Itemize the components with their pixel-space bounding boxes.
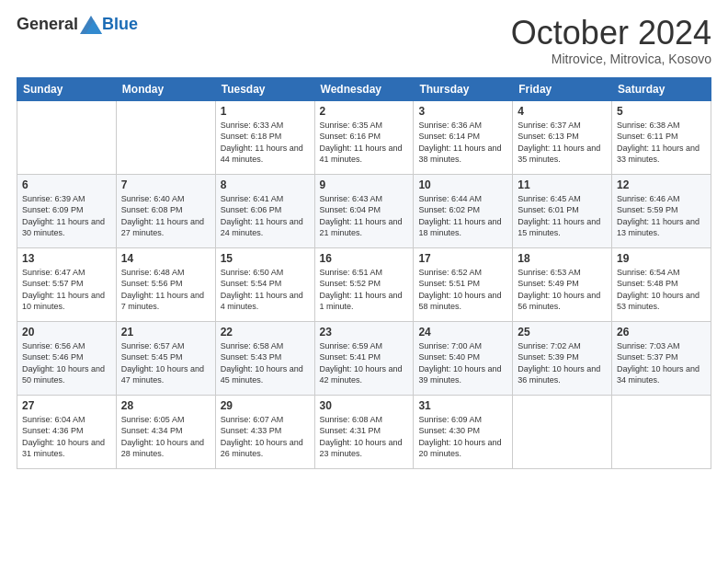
col-monday: Monday — [116, 77, 215, 100]
day-number: 15 — [221, 252, 310, 265]
week-row-4: 27Sunrise: 6:04 AMSunset: 4:36 PMDayligh… — [17, 395, 711, 468]
day-number: 3 — [418, 105, 507, 118]
day-info: Sunrise: 6:54 AMSunset: 5:48 PMDaylight:… — [617, 267, 706, 313]
week-row-0: 1Sunrise: 6:33 AMSunset: 6:18 PMDaylight… — [17, 100, 711, 174]
day-number: 2 — [320, 105, 409, 118]
table-row: 13Sunrise: 6:47 AMSunset: 5:57 PMDayligh… — [17, 247, 117, 321]
day-number: 13 — [22, 252, 111, 265]
table-row: 3Sunrise: 6:36 AMSunset: 6:14 PMDaylight… — [414, 100, 513, 174]
day-number: 10 — [418, 178, 507, 191]
logo-blue-text: Blue — [102, 15, 138, 34]
day-info: Sunrise: 6:04 AMSunset: 4:36 PMDaylight:… — [22, 414, 111, 460]
month-title: October 2024 — [511, 15, 711, 52]
day-number: 14 — [121, 252, 210, 265]
table-row: 10Sunrise: 6:44 AMSunset: 6:02 PMDayligh… — [414, 174, 513, 247]
table-row: 15Sunrise: 6:50 AMSunset: 5:54 PMDayligh… — [215, 247, 314, 321]
col-tuesday: Tuesday — [215, 77, 314, 100]
day-number: 27 — [22, 399, 111, 412]
table-row: 17Sunrise: 6:52 AMSunset: 5:51 PMDayligh… — [414, 247, 513, 321]
table-row: 1Sunrise: 6:33 AMSunset: 6:18 PMDaylight… — [215, 100, 314, 174]
day-number: 28 — [121, 399, 210, 412]
day-info: Sunrise: 6:43 AMSunset: 6:04 PMDaylight:… — [320, 193, 409, 239]
logo-area: General Blue — [17, 15, 138, 34]
day-info: Sunrise: 6:41 AMSunset: 6:06 PMDaylight:… — [221, 193, 310, 239]
day-info: Sunrise: 6:35 AMSunset: 6:16 PMDaylight:… — [320, 120, 409, 166]
day-info: Sunrise: 6:08 AMSunset: 4:31 PMDaylight:… — [320, 414, 409, 460]
table-row: 29Sunrise: 6:07 AMSunset: 4:33 PMDayligh… — [215, 395, 314, 468]
day-number: 8 — [221, 178, 310, 191]
table-row: 21Sunrise: 6:57 AMSunset: 5:45 PMDayligh… — [116, 321, 215, 395]
table-row: 4Sunrise: 6:37 AMSunset: 6:13 PMDaylight… — [513, 100, 612, 174]
location-title: Mitrovice, Mitrovica, Kosovo — [511, 52, 711, 66]
day-info: Sunrise: 6:50 AMSunset: 5:54 PMDaylight:… — [221, 267, 310, 313]
day-info: Sunrise: 6:40 AMSunset: 6:08 PMDaylight:… — [121, 193, 210, 239]
table-row: 2Sunrise: 6:35 AMSunset: 6:16 PMDaylight… — [314, 100, 414, 174]
logo-general-text: General — [17, 15, 78, 34]
day-number: 17 — [418, 252, 507, 265]
day-info: Sunrise: 7:00 AMSunset: 5:40 PMDaylight:… — [418, 340, 507, 386]
day-info: Sunrise: 6:07 AMSunset: 4:33 PMDaylight:… — [221, 414, 310, 460]
table-row: 7Sunrise: 6:40 AMSunset: 6:08 PMDaylight… — [116, 174, 215, 247]
table-row — [612, 395, 711, 468]
day-info: Sunrise: 7:02 AMSunset: 5:39 PMDaylight:… — [518, 340, 607, 386]
day-number: 30 — [320, 399, 409, 412]
day-info: Sunrise: 6:36 AMSunset: 6:14 PMDaylight:… — [418, 120, 507, 166]
day-number: 21 — [121, 326, 210, 339]
day-number: 11 — [518, 178, 607, 191]
table-row: 18Sunrise: 6:53 AMSunset: 5:49 PMDayligh… — [513, 247, 612, 321]
header: General Blue October 2024 Mitrovice, Mit… — [17, 15, 711, 66]
week-row-2: 13Sunrise: 6:47 AMSunset: 5:57 PMDayligh… — [17, 247, 711, 321]
day-number: 9 — [320, 178, 409, 191]
table-row: 9Sunrise: 6:43 AMSunset: 6:04 PMDaylight… — [314, 174, 414, 247]
day-number: 29 — [221, 399, 310, 412]
day-number: 1 — [221, 105, 310, 118]
day-number: 22 — [221, 326, 310, 339]
day-info: Sunrise: 6:53 AMSunset: 5:49 PMDaylight:… — [518, 267, 607, 313]
table-row: 24Sunrise: 7:00 AMSunset: 5:40 PMDayligh… — [414, 321, 513, 395]
col-saturday: Saturday — [612, 77, 711, 100]
table-row: 22Sunrise: 6:58 AMSunset: 5:43 PMDayligh… — [215, 321, 314, 395]
table-row — [116, 100, 215, 174]
calendar-header-row: Sunday Monday Tuesday Wednesday Thursday… — [17, 77, 711, 100]
col-thursday: Thursday — [414, 77, 513, 100]
calendar-table: Sunday Monday Tuesday Wednesday Thursday… — [17, 77, 711, 469]
day-info: Sunrise: 6:47 AMSunset: 5:57 PMDaylight:… — [22, 267, 111, 313]
day-info: Sunrise: 6:58 AMSunset: 5:43 PMDaylight:… — [221, 340, 310, 386]
table-row: 31Sunrise: 6:09 AMSunset: 4:30 PMDayligh… — [414, 395, 513, 468]
table-row: 23Sunrise: 6:59 AMSunset: 5:41 PMDayligh… — [314, 321, 414, 395]
table-row — [513, 395, 612, 468]
col-friday: Friday — [513, 77, 612, 100]
table-row: 8Sunrise: 6:41 AMSunset: 6:06 PMDaylight… — [215, 174, 314, 247]
day-info: Sunrise: 6:44 AMSunset: 6:02 PMDaylight:… — [418, 193, 507, 239]
day-info: Sunrise: 6:38 AMSunset: 6:11 PMDaylight:… — [617, 120, 706, 166]
day-number: 4 — [518, 105, 607, 118]
day-info: Sunrise: 6:48 AMSunset: 5:56 PMDaylight:… — [121, 267, 210, 313]
table-row: 20Sunrise: 6:56 AMSunset: 5:46 PMDayligh… — [17, 321, 117, 395]
day-info: Sunrise: 6:56 AMSunset: 5:46 PMDaylight:… — [22, 340, 111, 386]
table-row: 11Sunrise: 6:45 AMSunset: 6:01 PMDayligh… — [513, 174, 612, 247]
day-number: 5 — [617, 105, 706, 118]
day-info: Sunrise: 6:52 AMSunset: 5:51 PMDaylight:… — [418, 267, 507, 313]
day-info: Sunrise: 6:33 AMSunset: 6:18 PMDaylight:… — [221, 120, 310, 166]
table-row: 27Sunrise: 6:04 AMSunset: 4:36 PMDayligh… — [17, 395, 117, 468]
day-info: Sunrise: 6:59 AMSunset: 5:41 PMDaylight:… — [320, 340, 409, 386]
day-info: Sunrise: 6:57 AMSunset: 5:45 PMDaylight:… — [121, 340, 210, 386]
day-info: Sunrise: 6:09 AMSunset: 4:30 PMDaylight:… — [418, 414, 507, 460]
table-row: 14Sunrise: 6:48 AMSunset: 5:56 PMDayligh… — [116, 247, 215, 321]
logo: General Blue — [17, 15, 138, 34]
title-area: October 2024 Mitrovice, Mitrovica, Kosov… — [511, 15, 711, 66]
day-number: 18 — [518, 252, 607, 265]
day-number: 16 — [320, 252, 409, 265]
logo-icon — [80, 16, 102, 34]
day-info: Sunrise: 6:51 AMSunset: 5:52 PMDaylight:… — [320, 267, 409, 313]
table-row: 19Sunrise: 6:54 AMSunset: 5:48 PMDayligh… — [612, 247, 711, 321]
day-info: Sunrise: 7:03 AMSunset: 5:37 PMDaylight:… — [617, 340, 706, 386]
day-number: 26 — [617, 326, 706, 339]
table-row: 12Sunrise: 6:46 AMSunset: 5:59 PMDayligh… — [612, 174, 711, 247]
table-row: 5Sunrise: 6:38 AMSunset: 6:11 PMDaylight… — [612, 100, 711, 174]
day-info: Sunrise: 6:39 AMSunset: 6:09 PMDaylight:… — [22, 193, 111, 239]
day-number: 23 — [320, 326, 409, 339]
week-row-3: 20Sunrise: 6:56 AMSunset: 5:46 PMDayligh… — [17, 321, 711, 395]
day-number: 31 — [418, 399, 507, 412]
table-row: 16Sunrise: 6:51 AMSunset: 5:52 PMDayligh… — [314, 247, 414, 321]
